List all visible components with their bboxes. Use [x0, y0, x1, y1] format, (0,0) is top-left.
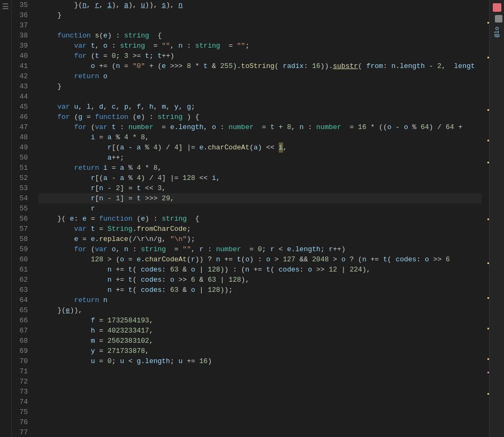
scrollbar-mark-9 [487, 328, 489, 329]
code-line-63: n += t( codes: 63 & o | 128)); [39, 285, 482, 295]
line-number-41: 41 [12, 61, 32, 71]
code-line-45: var u, l, d, c, p, f, h, m, y, g; [39, 102, 482, 112]
code-line-73 [39, 387, 482, 397]
line-number-39: 39 [12, 41, 32, 51]
code-line-49: r[(a - a % 4) / 4] |= e.charCodeAt(a) <<… [39, 142, 482, 153]
line-number-76: 76 [12, 417, 32, 427]
code-line-36: } [39, 10, 482, 20]
line-number-61: 61 [12, 265, 32, 275]
line-number-47: 47 [12, 122, 32, 132]
code-line-58: e = e.replace(/\r\n/g, "\n"); [39, 234, 482, 244]
line-number-54: 54 [12, 193, 32, 204]
code-line-44 [39, 92, 482, 102]
scrollbar-mark-6 [487, 218, 489, 220]
line-number-50: 50 [12, 153, 32, 163]
code-line-75 [39, 407, 482, 417]
line-number-56: 56 [12, 214, 32, 224]
line-number-43: 43 [12, 81, 32, 92]
line-number-57: 57 [12, 224, 32, 234]
code-line-39: var t, o : string = "", n : string = ""; [39, 41, 482, 51]
code-line-40: for (t = 0; 3 >= t; t++) [39, 51, 482, 61]
line-number-52: 52 [12, 173, 32, 183]
line-number-66: 66 [12, 315, 32, 326]
code-line-72 [39, 376, 482, 387]
code-line-65: }(e)), [39, 305, 482, 315]
cube-icon-gray[interactable] [495, 15, 502, 22]
code-line-47: for (var t : number = e.length, o : numb… [39, 122, 482, 132]
line-number-63: 63 [12, 285, 32, 295]
code-line-61: n += t( codes: 63 & o | 128)) : (n += t(… [39, 265, 482, 275]
scrollbar-gutter[interactable] [482, 0, 489, 437]
code-line-62: n += t( codes: o >> 6 & 63 | 128), [39, 275, 482, 285]
scrollbar-mark-1 [487, 22, 489, 24]
line-number-71: 71 [12, 366, 32, 376]
line-number-37: 37 [12, 20, 32, 31]
scrollbar-mark-5 [487, 162, 489, 163]
line-number-77: 77 [12, 427, 32, 437]
code-line-74 [39, 397, 482, 407]
code-line-66: f = 1732584193, [39, 315, 482, 326]
right-panel: @lo [489, 0, 504, 437]
code-line-55: r [39, 204, 482, 214]
code-line-64: return n [39, 295, 482, 305]
line-number-58: 58 [12, 234, 32, 244]
code-line-69: y = 271733878, [39, 346, 482, 356]
code-line-50: a++; [39, 153, 482, 163]
line-number-69: 69 [12, 346, 32, 356]
scrollbar-mark-7 [487, 262, 489, 264]
code-line-51: return i = a % 4 * 8, [39, 163, 482, 173]
at-label: @lo [494, 27, 500, 37]
line-number-45: 45 [12, 102, 32, 112]
code-line-46: for (g = function (e) : string ) { [39, 112, 482, 122]
line-number-55: 55 [12, 204, 32, 214]
scrollbar-mark-10 [487, 358, 489, 360]
menu-icon[interactable]: ☰ [2, 2, 10, 11]
line-number-53: 53 [12, 183, 32, 193]
code-line-54: r[n - 1] = t >>> 29, [39, 193, 482, 204]
line-number-35: 35 [12, 0, 32, 10]
scrollbar-mark-3 [487, 109, 489, 111]
line-number-75: 75 [12, 407, 32, 417]
code-line-60: 128 > (o = e.charCodeAt(r)) ? n += t(o) … [39, 254, 482, 265]
line-number-46: 46 [12, 112, 32, 122]
line-number-38: 38 [12, 31, 32, 41]
line-number-73: 73 [12, 387, 32, 397]
cube-icon-red[interactable] [493, 3, 501, 12]
code-area[interactable]: }(n, r, i), a), u)), s), n } function s(… [39, 0, 482, 437]
activity-bar: ☰ [0, 0, 12, 437]
line-number-42: 42 [12, 71, 32, 81]
line-number-68: 68 [12, 336, 32, 346]
code-line-35: }(n, r, i), a), u)), s), n [39, 0, 482, 10]
line-number-36: 36 [12, 10, 32, 20]
code-line-43: } [39, 81, 482, 92]
line-number-49: 49 [12, 142, 32, 153]
line-number-74: 74 [12, 397, 32, 407]
line-number-67: 67 [12, 326, 32, 336]
line-number-59: 59 [12, 244, 32, 254]
line-number-65: 65 [12, 305, 32, 315]
code-line-42: return o [39, 71, 482, 81]
code-line-52: r[(a - a % 4) / 4] |= 128 << i, [39, 173, 482, 183]
main-editor: 35 36 37 38 39 40 41 42 43 44 45 46 47 4… [12, 0, 489, 437]
line-number-51: 51 [12, 163, 32, 173]
right-panel-icons: @lo [492, 2, 502, 37]
code-line-67: h = 4023233417, [39, 326, 482, 336]
code-line-48: i = a % 4 * 8, [39, 132, 482, 142]
scrollbar-mark-11 [487, 393, 489, 395]
line-number-40: 40 [12, 51, 32, 61]
scrollbar-mark-2 [487, 57, 489, 58]
line-number-48: 48 [12, 132, 32, 142]
scrollbar-mark-purple [487, 372, 489, 373]
code-line-59: for (var o, n : string = "", r : number … [39, 244, 482, 254]
code-line-53: r[n - 2] = t << 3, [39, 183, 482, 193]
line-number-72: 72 [12, 376, 32, 387]
line-number-44: 44 [12, 92, 32, 102]
line-number-70: 70 [12, 356, 32, 366]
scrollbar-mark-8 [487, 297, 489, 299]
code-line-56: }( e: e = function (e) : string { [39, 214, 482, 224]
code-line-57: var t = String.fromCharCode; [39, 224, 482, 234]
code-line-37 [39, 20, 482, 31]
line-number-60: 60 [12, 254, 32, 265]
code-line-41: o += (n = "0" + (e >>> 8 * t & 255).toSt… [39, 61, 482, 71]
scrollbar-mark-4 [487, 140, 489, 141]
